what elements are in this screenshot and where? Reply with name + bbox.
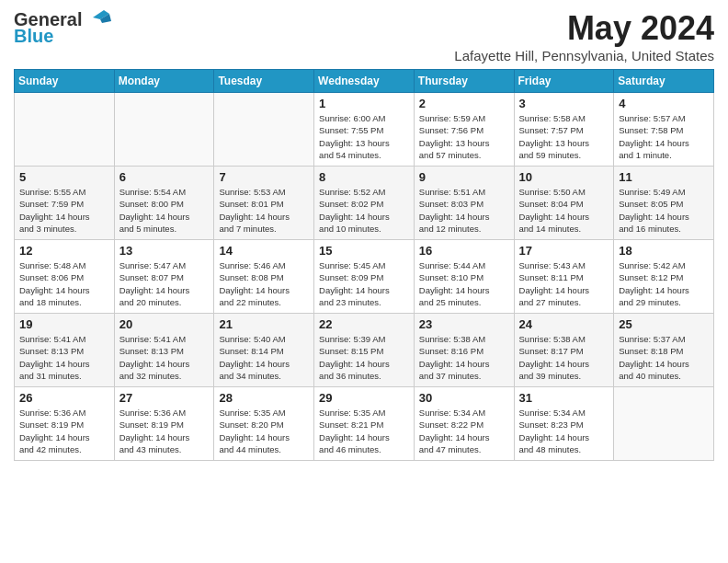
column-header-wednesday: Wednesday xyxy=(314,70,415,93)
calendar-cell: 3Sunrise: 5:58 AMSunset: 7:57 PMDaylight… xyxy=(514,93,614,167)
calendar-cell: 17Sunrise: 5:43 AMSunset: 8:11 PMDayligh… xyxy=(514,240,614,314)
day-info: Sunrise: 6:00 AMSunset: 7:55 PMDaylight:… xyxy=(319,112,409,161)
day-number: 28 xyxy=(219,391,309,405)
day-info: Sunrise: 5:38 AMSunset: 8:17 PMDaylight:… xyxy=(519,333,609,382)
calendar-cell: 10Sunrise: 5:50 AMSunset: 8:04 PMDayligh… xyxy=(514,167,614,240)
calendar-cell: 28Sunrise: 5:35 AMSunset: 8:20 PMDayligh… xyxy=(214,387,314,461)
calendar-cell: 20Sunrise: 5:41 AMSunset: 8:13 PMDayligh… xyxy=(114,314,214,387)
week-row-1: 1Sunrise: 6:00 AMSunset: 7:55 PMDaylight… xyxy=(15,93,714,167)
day-number: 19 xyxy=(19,317,109,331)
day-number: 10 xyxy=(519,170,609,184)
day-number: 4 xyxy=(619,97,709,110)
column-header-sunday: Sunday xyxy=(15,70,115,93)
day-number: 29 xyxy=(319,391,409,405)
week-row-4: 19Sunrise: 5:41 AMSunset: 8:13 PMDayligh… xyxy=(15,314,714,387)
day-number: 8 xyxy=(319,170,409,184)
day-number: 24 xyxy=(519,317,609,331)
day-info: Sunrise: 5:49 AMSunset: 8:05 PMDaylight:… xyxy=(619,186,709,235)
day-number: 13 xyxy=(119,244,210,258)
day-info: Sunrise: 5:40 AMSunset: 8:14 PMDaylight:… xyxy=(219,333,309,382)
day-info: Sunrise: 5:54 AMSunset: 8:00 PMDaylight:… xyxy=(119,186,210,235)
day-number: 12 xyxy=(19,244,109,258)
calendar-cell: 4Sunrise: 5:57 AMSunset: 7:58 PMDaylight… xyxy=(614,93,714,167)
calendar-cell: 14Sunrise: 5:46 AMSunset: 8:08 PMDayligh… xyxy=(214,240,314,314)
day-number: 26 xyxy=(19,391,109,405)
day-info: Sunrise: 5:47 AMSunset: 8:07 PMDaylight:… xyxy=(119,259,210,308)
day-info: Sunrise: 5:57 AMSunset: 7:58 PMDaylight:… xyxy=(619,112,709,161)
day-info: Sunrise: 5:41 AMSunset: 8:13 PMDaylight:… xyxy=(119,333,210,382)
week-row-3: 12Sunrise: 5:48 AMSunset: 8:06 PMDayligh… xyxy=(15,240,714,314)
day-info: Sunrise: 5:53 AMSunset: 8:01 PMDaylight:… xyxy=(219,186,309,235)
week-row-2: 5Sunrise: 5:55 AMSunset: 7:59 PMDaylight… xyxy=(15,167,714,240)
calendar-cell: 18Sunrise: 5:42 AMSunset: 8:12 PMDayligh… xyxy=(614,240,714,314)
day-number: 18 xyxy=(619,244,709,258)
calendar-cell: 22Sunrise: 5:39 AMSunset: 8:15 PMDayligh… xyxy=(314,314,415,387)
column-header-friday: Friday xyxy=(514,70,614,93)
day-info: Sunrise: 5:35 AMSunset: 8:20 PMDaylight:… xyxy=(219,407,309,455)
day-number: 22 xyxy=(319,317,409,331)
day-number: 3 xyxy=(519,97,609,110)
day-info: Sunrise: 5:39 AMSunset: 8:15 PMDaylight:… xyxy=(319,333,409,382)
day-info: Sunrise: 5:58 AMSunset: 7:57 PMDaylight:… xyxy=(519,112,609,161)
day-number: 23 xyxy=(419,317,509,331)
logo-blue-text: Blue xyxy=(14,26,53,46)
day-info: Sunrise: 5:48 AMSunset: 8:06 PMDaylight:… xyxy=(19,259,109,308)
day-info: Sunrise: 5:42 AMSunset: 8:12 PMDaylight:… xyxy=(619,259,709,308)
logo-bird-icon xyxy=(84,6,111,29)
day-info: Sunrise: 5:46 AMSunset: 8:08 PMDaylight:… xyxy=(219,259,309,308)
day-info: Sunrise: 5:44 AMSunset: 8:10 PMDaylight:… xyxy=(419,259,509,308)
day-info: Sunrise: 5:41 AMSunset: 8:13 PMDaylight:… xyxy=(19,333,109,382)
calendar-cell: 26Sunrise: 5:36 AMSunset: 8:19 PMDayligh… xyxy=(15,387,115,461)
header-row: SundayMondayTuesdayWednesdayThursdayFrid… xyxy=(15,70,714,93)
calendar-cell: 2Sunrise: 5:59 AMSunset: 7:56 PMDaylight… xyxy=(414,93,514,167)
column-header-saturday: Saturday xyxy=(614,70,714,93)
day-info: Sunrise: 5:59 AMSunset: 7:56 PMDaylight:… xyxy=(419,112,509,161)
day-number: 16 xyxy=(419,244,509,258)
calendar-cell: 9Sunrise: 5:51 AMSunset: 8:03 PMDaylight… xyxy=(414,167,514,240)
week-row-5: 26Sunrise: 5:36 AMSunset: 8:19 PMDayligh… xyxy=(15,387,714,461)
calendar-cell xyxy=(614,387,714,461)
day-info: Sunrise: 5:55 AMSunset: 7:59 PMDaylight:… xyxy=(19,186,109,235)
day-number: 14 xyxy=(219,244,309,258)
calendar-cell: 13Sunrise: 5:47 AMSunset: 8:07 PMDayligh… xyxy=(114,240,214,314)
day-info: Sunrise: 5:36 AMSunset: 8:19 PMDaylight:… xyxy=(119,407,210,455)
day-number: 9 xyxy=(419,170,509,184)
day-info: Sunrise: 5:45 AMSunset: 8:09 PMDaylight:… xyxy=(319,259,409,308)
column-header-tuesday: Tuesday xyxy=(214,70,314,93)
title-block: May 2024 Lafayette Hill, Pennsylvania, U… xyxy=(454,9,714,63)
calendar-cell: 27Sunrise: 5:36 AMSunset: 8:19 PMDayligh… xyxy=(114,387,214,461)
day-info: Sunrise: 5:50 AMSunset: 8:04 PMDaylight:… xyxy=(519,186,609,235)
calendar-cell: 30Sunrise: 5:34 AMSunset: 8:22 PMDayligh… xyxy=(414,387,514,461)
calendar-cell xyxy=(114,93,214,167)
day-number: 25 xyxy=(619,317,709,331)
day-info: Sunrise: 5:51 AMSunset: 8:03 PMDaylight:… xyxy=(419,186,509,235)
calendar-cell: 8Sunrise: 5:52 AMSunset: 8:02 PMDaylight… xyxy=(314,167,415,240)
day-number: 11 xyxy=(619,170,709,184)
day-number: 27 xyxy=(119,391,210,405)
day-number: 31 xyxy=(519,391,609,405)
calendar-cell: 23Sunrise: 5:38 AMSunset: 8:16 PMDayligh… xyxy=(414,314,514,387)
day-info: Sunrise: 5:37 AMSunset: 8:18 PMDaylight:… xyxy=(619,333,709,382)
page-header: General Blue May 2024 Lafayette Hill, Pe… xyxy=(14,9,714,63)
calendar-cell: 21Sunrise: 5:40 AMSunset: 8:14 PMDayligh… xyxy=(214,314,314,387)
calendar-cell: 6Sunrise: 5:54 AMSunset: 8:00 PMDaylight… xyxy=(114,167,214,240)
day-number: 1 xyxy=(319,97,409,110)
calendar-cell: 5Sunrise: 5:55 AMSunset: 7:59 PMDaylight… xyxy=(15,167,115,240)
calendar-cell: 24Sunrise: 5:38 AMSunset: 8:17 PMDayligh… xyxy=(514,314,614,387)
calendar-cell: 29Sunrise: 5:35 AMSunset: 8:21 PMDayligh… xyxy=(314,387,415,461)
day-info: Sunrise: 5:43 AMSunset: 8:11 PMDaylight:… xyxy=(519,259,609,308)
calendar-cell: 16Sunrise: 5:44 AMSunset: 8:10 PMDayligh… xyxy=(414,240,514,314)
day-number: 30 xyxy=(419,391,509,405)
logo: General Blue xyxy=(14,9,111,46)
calendar-cell: 7Sunrise: 5:53 AMSunset: 8:01 PMDaylight… xyxy=(214,167,314,240)
calendar-cell: 25Sunrise: 5:37 AMSunset: 8:18 PMDayligh… xyxy=(614,314,714,387)
calendar-cell: 1Sunrise: 6:00 AMSunset: 7:55 PMDaylight… xyxy=(314,93,415,167)
day-info: Sunrise: 5:35 AMSunset: 8:21 PMDaylight:… xyxy=(319,407,409,455)
day-info: Sunrise: 5:36 AMSunset: 8:19 PMDaylight:… xyxy=(19,407,109,455)
calendar-cell xyxy=(214,93,314,167)
day-number: 2 xyxy=(419,97,509,110)
day-number: 20 xyxy=(119,317,210,331)
calendar-cell xyxy=(15,93,115,167)
location-text: Lafayette Hill, Pennsylvania, United Sta… xyxy=(454,48,714,63)
day-number: 17 xyxy=(519,244,609,258)
